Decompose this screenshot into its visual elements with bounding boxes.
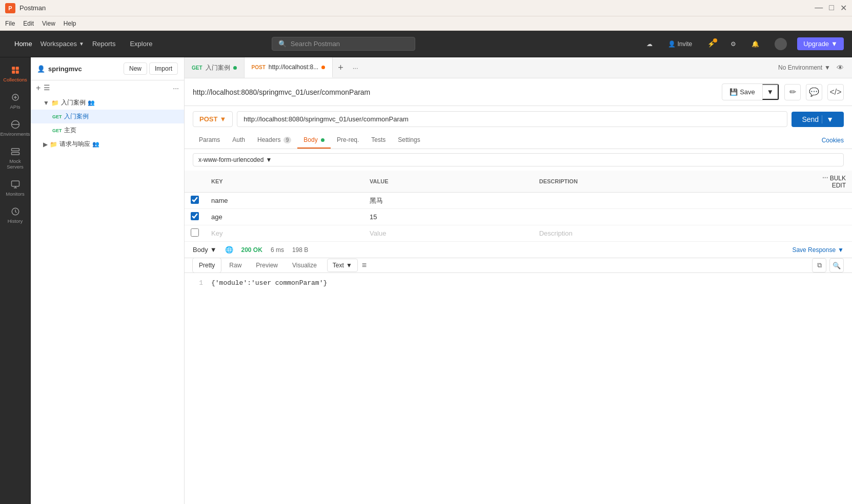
sidebar-item-environments[interactable]: Environments xyxy=(2,116,29,141)
titlebar-controls[interactable]: — □ ✕ xyxy=(815,3,847,13)
menu-edit[interactable]: Edit xyxy=(23,20,34,27)
maximize-button[interactable]: □ xyxy=(829,3,834,13)
lightning-button[interactable]: ⚡ xyxy=(702,38,720,50)
menu-view[interactable]: View xyxy=(42,20,55,27)
body-type-select[interactable]: x-www-form-urlencoded ▼ xyxy=(193,153,844,166)
tab-label-post: http://localhost:8... xyxy=(269,64,318,71)
environments-icon xyxy=(11,120,20,129)
tab-params[interactable]: Params xyxy=(193,132,226,149)
sync-button[interactable]: ☁ xyxy=(641,38,658,50)
panel-header: 👤 springmvc New Import xyxy=(31,57,184,80)
row-2-value[interactable]: 15 xyxy=(363,209,533,225)
import-button[interactable]: Import xyxy=(149,62,178,75)
tab-tests[interactable]: Tests xyxy=(365,132,392,149)
lightning-icon: ⚡ xyxy=(707,40,715,48)
sidebar-item-monitors[interactable]: Monitors xyxy=(2,176,29,201)
save-arrow-button[interactable]: ▼ xyxy=(762,84,779,100)
tab-post-active[interactable]: POST http://localhost:8... xyxy=(245,57,333,78)
nav-workspaces[interactable]: Workspaces ▼ xyxy=(40,40,84,48)
tab-dot-orange xyxy=(321,66,325,69)
send-button[interactable]: Send ▼ xyxy=(792,112,844,127)
minimize-button[interactable]: — xyxy=(815,3,823,13)
user-icon: 👤 xyxy=(37,65,45,73)
row-2-description[interactable] xyxy=(533,209,811,225)
tabs-more-button[interactable]: ··· xyxy=(349,64,362,72)
add-tab-button[interactable]: + xyxy=(333,62,349,73)
sidebar-item-history[interactable]: History xyxy=(2,203,29,228)
nav-reports[interactable]: Reports xyxy=(86,37,122,51)
row-2-key[interactable]: age xyxy=(205,209,363,225)
settings-button[interactable]: ⚙ xyxy=(725,38,741,50)
sidebar-item-collections[interactable]: Collections xyxy=(2,61,29,87)
response-panel: Body ▼ 🌐 200 OK 6 ms 198 B Save Response… xyxy=(185,242,852,504)
tree-folder-entry-case[interactable]: ▼ 📁 入门案例 👥 xyxy=(31,96,184,110)
bulk-edit-button[interactable]: Bulk Edit xyxy=(830,175,846,189)
copy-icon-button[interactable]: ⧉ xyxy=(812,258,826,272)
table-more-icon[interactable]: ··· xyxy=(822,174,828,182)
tab-body[interactable]: Body xyxy=(297,132,331,149)
save-button[interactable]: 💾 Save xyxy=(722,85,762,99)
row-1-key[interactable]: name xyxy=(205,193,363,209)
edit-icon-button[interactable]: ✏ xyxy=(784,84,801,100)
line-number-1: 1 xyxy=(193,279,203,287)
response-dropdown-icon[interactable]: ▼ xyxy=(210,246,217,254)
resp-format-select[interactable]: Text ▼ xyxy=(327,259,358,272)
tab-prereq[interactable]: Pre-req. xyxy=(331,132,365,149)
close-button[interactable]: ✕ xyxy=(840,3,847,13)
row-3-key-placeholder[interactable]: Key xyxy=(205,225,363,242)
new-button[interactable]: New xyxy=(124,62,147,75)
row-3-description-placeholder[interactable]: Description xyxy=(533,225,811,242)
row-1-description[interactable] xyxy=(533,193,811,209)
method-chevron-icon: ▼ xyxy=(219,115,226,123)
filter-icon[interactable]: ☰ xyxy=(44,83,50,93)
tree-folder-req-resp[interactable]: ▶ 📁 请求与响应 👥 xyxy=(31,137,184,151)
notifications-button[interactable]: 🔔 xyxy=(746,38,764,50)
invite-button[interactable]: 👤 Invite xyxy=(663,38,698,50)
add-icon[interactable]: + xyxy=(36,83,40,93)
monitors-icon xyxy=(11,180,20,189)
tree-request-entry-case[interactable]: GET 入门案例 xyxy=(31,110,184,123)
tab-get-entry-case[interactable]: GET 入门案例 xyxy=(185,57,245,78)
row-1-value[interactable]: 黑马 xyxy=(363,193,533,209)
tree-more-icon[interactable]: ··· xyxy=(173,84,179,92)
url-input[interactable] xyxy=(237,111,787,127)
nav-explore[interactable]: Explore xyxy=(124,37,158,51)
sidebar-item-mock-servers[interactable]: Mock Servers xyxy=(2,143,29,174)
folder-icon-2: 📁 xyxy=(50,141,57,148)
tree-toolbar: + ☰ ··· xyxy=(31,80,184,96)
resp-tab-preview[interactable]: Preview xyxy=(250,258,284,272)
sync-icon: ☁ xyxy=(646,40,653,48)
row-2-checkbox[interactable] xyxy=(191,212,199,220)
resp-tab-pretty[interactable]: Pretty xyxy=(193,258,221,272)
sidebar-item-apis[interactable]: APIs xyxy=(2,89,29,114)
method-select[interactable]: POST ▼ xyxy=(193,111,233,127)
cookies-link[interactable]: Cookies xyxy=(822,137,844,144)
svg-rect-6 xyxy=(11,153,19,155)
no-environment-select[interactable]: No Environment ▼ xyxy=(778,64,830,71)
send-arrow-icon: ▼ xyxy=(822,115,834,123)
main-content: GET 入门案例 POST http://localhost:8... + ··… xyxy=(185,57,852,504)
comment-icon-button[interactable]: 💬 xyxy=(806,84,822,100)
search-response-button[interactable]: 🔍 xyxy=(829,258,844,272)
code-icon-button[interactable]: </> xyxy=(827,84,844,100)
resp-tab-raw[interactable]: Raw xyxy=(223,258,248,272)
save-response-button[interactable]: Save Response ▼ xyxy=(792,246,844,254)
tree-request-home[interactable]: GET 主页 xyxy=(31,123,184,137)
row-3-value-placeholder[interactable]: Value xyxy=(363,225,533,242)
tab-headers[interactable]: Headers 9 xyxy=(251,132,297,149)
resp-wrap-button[interactable]: ≡ xyxy=(362,261,367,270)
resp-tab-visualize[interactable]: Visualize xyxy=(286,258,323,272)
tab-settings[interactable]: Settings xyxy=(392,132,426,149)
nav-home[interactable]: Home xyxy=(8,37,38,51)
search-box[interactable]: 🔍 Search Postman xyxy=(272,37,415,51)
tab-auth[interactable]: Auth xyxy=(226,132,251,149)
menu-help[interactable]: Help xyxy=(64,20,76,27)
row-3-checkbox[interactable] xyxy=(191,228,199,237)
eye-icon[interactable]: 👁 xyxy=(837,64,844,72)
bulk-edit-header: ··· Bulk Edit xyxy=(811,171,852,193)
table-row: age 15 xyxy=(185,209,852,225)
avatar-button[interactable] xyxy=(769,35,792,53)
menu-file[interactable]: File xyxy=(5,20,15,27)
upgrade-button[interactable]: Upgrade ▼ xyxy=(797,37,844,50)
row-1-checkbox[interactable] xyxy=(191,196,199,204)
